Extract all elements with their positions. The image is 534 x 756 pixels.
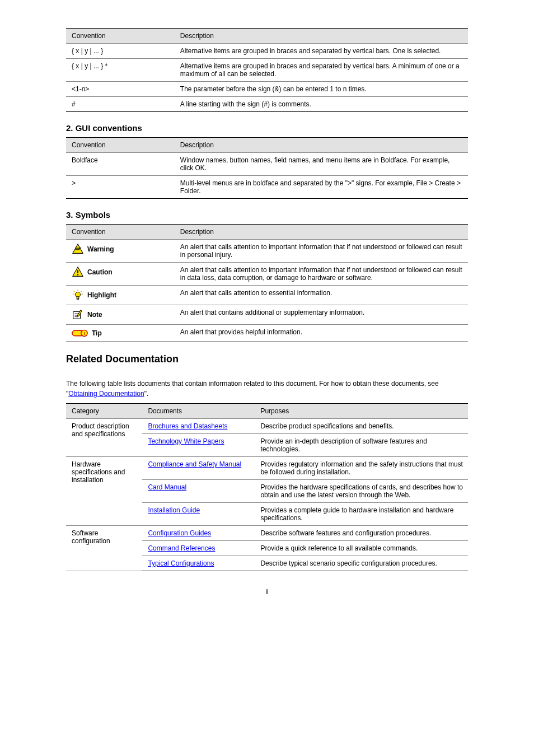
brochures-link[interactable]: Brochures and Datasheets xyxy=(148,422,227,430)
svg-rect-12 xyxy=(77,298,79,300)
compliance-link[interactable]: Compliance and Safety Manual xyxy=(148,460,241,468)
rel-doc: Brochures and Datasheets xyxy=(142,419,255,434)
rel-category: Hardware specifications and installation xyxy=(66,457,142,526)
conv-header-convention: Convention xyxy=(66,29,175,44)
conv-header-description: Description xyxy=(175,29,468,44)
related-heading: Related Documentation xyxy=(66,353,468,365)
conv-cell: { x | y | ... } xyxy=(66,44,175,59)
svg-marker-0 xyxy=(73,244,83,254)
rel-purpose: Provides regulatory information and the … xyxy=(255,457,468,480)
table-row: Highlight An alert that calls attention … xyxy=(66,286,468,305)
svg-text:i: i xyxy=(83,331,85,336)
conv-desc: A line starting with the sign (#) is com… xyxy=(175,97,468,112)
related-intro-after: ". xyxy=(144,390,149,398)
sym-header-convention: Convention xyxy=(66,225,175,240)
config-guides-link[interactable]: Configuration Guides xyxy=(148,529,211,537)
table-row: # A line starting with the sign (#) is c… xyxy=(66,97,468,112)
sym-cell: Caution xyxy=(66,263,175,286)
conv-cell: # xyxy=(66,97,175,112)
install-guide-link[interactable]: Installation Guide xyxy=(148,506,200,514)
sym-cell: Highlight xyxy=(66,286,175,305)
rel-doc: Compliance and Safety Manual xyxy=(142,457,255,480)
rel-doc: Installation Guide xyxy=(142,503,255,526)
rel-purpose: Describe product specifications and bene… xyxy=(255,419,468,434)
conv-cell: { x | y | ... } * xyxy=(66,59,175,82)
typical-config-link[interactable]: Typical Configurations xyxy=(148,559,214,567)
table-row: i Tip An alert that provides helpful inf… xyxy=(66,325,468,342)
rel-purpose: Describe typical scenario specific confi… xyxy=(255,556,468,571)
conv-cell: <1-n> xyxy=(66,82,175,97)
rel-header-documents: Documents xyxy=(142,404,255,419)
whitepapers-link[interactable]: Technology White Papers xyxy=(148,437,224,445)
svg-point-4 xyxy=(77,274,78,275)
conventions-table: Convention Description { x | y | ... } A… xyxy=(66,28,468,112)
rel-doc: Configuration Guides xyxy=(142,526,255,541)
gui-desc: Multi-level menus are in boldface and se… xyxy=(175,176,468,199)
highlight-icon xyxy=(72,289,84,301)
rel-doc: Typical Configurations xyxy=(142,556,255,571)
conv-desc: The parameter before the sign (&) can be… xyxy=(175,82,468,97)
svg-line-7 xyxy=(81,291,82,292)
conv-desc: Alternative items are grouped in braces … xyxy=(175,59,468,82)
sym-desc: An alert that contains additional or sup… xyxy=(175,305,468,325)
table-row: Product description and specifications B… xyxy=(66,419,468,434)
symbols-heading: 3. Symbols xyxy=(66,210,468,220)
sym-cell: i Tip xyxy=(66,325,175,342)
highlight-label: Highlight xyxy=(87,291,116,299)
sym-cell: Note xyxy=(66,305,175,325)
table-row: Software configuration Configuration Gui… xyxy=(66,526,468,541)
rel-purpose: Describe software features and configura… xyxy=(255,526,468,541)
rel-category: Product description and specifications xyxy=(66,419,142,457)
sym-cell: Warning xyxy=(66,240,175,263)
table-row: Warning An alert that calls attention to… xyxy=(66,240,468,263)
svg-rect-11 xyxy=(77,297,79,299)
table-row: { x | y | ... } * Alternative items are … xyxy=(66,59,468,82)
table-row: Caution An alert that calls attention to… xyxy=(66,263,468,286)
sym-desc: An alert that calls attention to importa… xyxy=(175,263,468,286)
gui-table: Convention Description Boldface Window n… xyxy=(66,137,468,199)
sym-header-description: Description xyxy=(175,225,468,240)
warning-icon xyxy=(72,243,84,255)
card-manual-link[interactable]: Card Manual xyxy=(148,483,186,491)
gui-cell: Boldface xyxy=(66,153,175,176)
symbols-table: Convention Description Warning An alert … xyxy=(66,224,468,342)
rel-header-purposes: Purposes xyxy=(255,404,468,419)
rel-doc: Command References xyxy=(142,541,255,556)
caution-label: Caution xyxy=(87,268,113,276)
gui-cell: > xyxy=(66,176,175,199)
gui-header-description: Description xyxy=(175,138,468,153)
conv-desc: Alternative items are grouped in braces … xyxy=(175,44,468,59)
related-table: Category Documents Purposes Product desc… xyxy=(66,403,468,571)
rel-purpose: Provides the hardware specifications of … xyxy=(255,480,468,503)
rel-purpose: Provide an in-depth description of softw… xyxy=(255,434,468,457)
obtaining-doc-link[interactable]: Obtaining Documentation xyxy=(68,390,144,398)
gui-heading: 2. GUI conventions xyxy=(66,123,468,133)
sym-desc: An alert that calls attention to essenti… xyxy=(175,286,468,305)
table-row: { x | y | ... } Alternative items are gr… xyxy=(66,44,468,59)
rel-purpose: Provide a quick reference to all availab… xyxy=(255,541,468,556)
sym-desc: An alert that provides helpful informati… xyxy=(175,325,468,342)
table-row: <1-n> The parameter before the sign (&) … xyxy=(66,82,468,97)
note-label: Note xyxy=(87,311,102,319)
command-ref-link[interactable]: Command References xyxy=(148,544,215,552)
caution-icon xyxy=(72,266,84,278)
rel-purpose: Provides a complete guide to hardware in… xyxy=(255,503,468,526)
table-row: Boldface Window names, button names, fie… xyxy=(66,153,468,176)
warning-label: Warning xyxy=(87,245,114,253)
tip-icon: i xyxy=(72,328,88,338)
rel-category: Software configuration xyxy=(66,526,142,571)
rel-header-category: Category xyxy=(66,404,142,419)
sym-desc: An alert that calls attention to importa… xyxy=(175,240,468,263)
table-row: Note An alert that contains additional o… xyxy=(66,305,468,325)
related-intro: The following table lists documents that… xyxy=(66,379,468,399)
rel-doc: Technology White Papers xyxy=(142,434,255,457)
table-row: Hardware specifications and installation… xyxy=(66,457,468,480)
note-icon xyxy=(72,309,84,321)
svg-marker-1 xyxy=(81,247,82,248)
table-row: > Multi-level menus are in boldface and … xyxy=(66,176,468,199)
gui-header-convention: Convention xyxy=(66,138,175,153)
rel-doc: Card Manual xyxy=(142,480,255,503)
svg-line-6 xyxy=(74,291,75,292)
page-number: ii xyxy=(0,588,534,596)
tip-label: Tip xyxy=(92,329,102,337)
